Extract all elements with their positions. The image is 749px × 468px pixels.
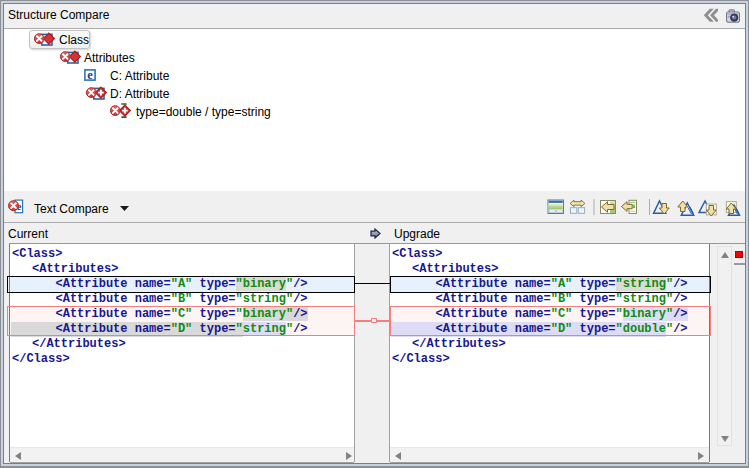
svg-text:e: e <box>87 68 93 82</box>
